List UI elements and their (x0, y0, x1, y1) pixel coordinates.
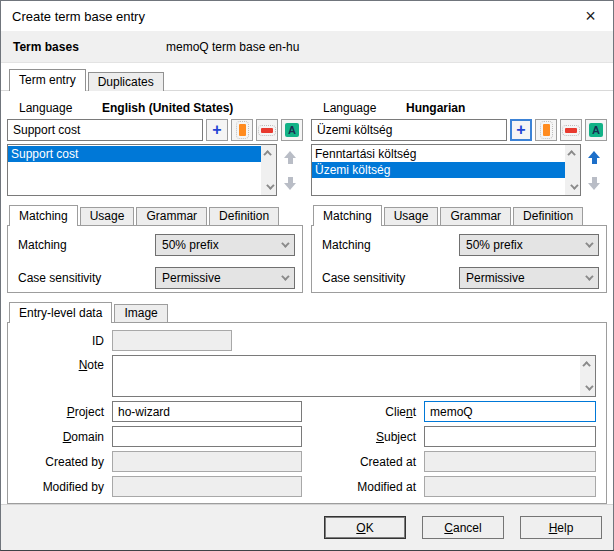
case-sensitivity-select[interactable]: Permissive (459, 267, 599, 289)
term-property-tabs: Matching Usage Grammar Definition (7, 204, 303, 225)
listbox-scrollbar[interactable] (565, 145, 580, 195)
note-field[interactable] (112, 355, 596, 397)
created-at-field (424, 451, 596, 472)
case-sensitivity-button[interactable]: A (281, 119, 303, 141)
case-sensitivity-label: Case sensitivity (15, 271, 155, 285)
created-at-label: Created at (302, 455, 416, 469)
chevron-down-icon (585, 272, 593, 280)
list-item[interactable]: Fenntartási költség (312, 146, 565, 162)
scroll-up-icon[interactable] (263, 150, 271, 158)
close-icon[interactable]: × (568, 1, 613, 31)
term-reorder-controls (277, 144, 303, 196)
scroll-up-icon[interactable] (582, 361, 590, 369)
chevron-down-icon (585, 239, 593, 247)
matching-select[interactable]: 50% prefix (459, 234, 599, 256)
edit-term-button[interactable] (535, 119, 557, 141)
case-sensitivity-button[interactable]: A (585, 119, 607, 141)
plus-icon: + (516, 123, 525, 137)
ok-button[interactable]: OK (324, 516, 406, 539)
chevron-down-icon (281, 272, 289, 280)
tab-usage[interactable]: Usage (384, 207, 439, 225)
tab-definition[interactable]: Definition (209, 207, 279, 225)
note-scrollbar[interactable] (580, 356, 595, 396)
listbox-scrollbar[interactable] (261, 145, 276, 195)
created-by-field (112, 451, 302, 472)
client-field[interactable] (424, 401, 596, 422)
tab-entry-level-data[interactable]: Entry-level data (9, 302, 112, 323)
id-label: ID (12, 334, 104, 348)
list-item[interactable]: Üzemi költség (312, 162, 565, 178)
language-label: Language (323, 101, 406, 115)
term-listbox[interactable]: Fenntartási költségÜzemi költség (311, 144, 581, 196)
term-input[interactable] (7, 119, 203, 141)
titlebar: Create term base entry × (1, 1, 613, 31)
chevron-down-icon (281, 239, 289, 247)
term-reorder-controls (581, 144, 607, 196)
case-sensitivity-select[interactable]: Permissive (155, 267, 295, 289)
target-language-panel: Language Hungarian + A Fenntartási költs… (311, 97, 607, 293)
subject-field[interactable] (424, 426, 596, 447)
entry-level-section: Entry-level data Image ID Note (7, 301, 607, 504)
matching-label: Matching (15, 238, 155, 252)
source-language-panel: Language English (United States) + A Sup… (7, 97, 303, 293)
modified-at-label: Modified at (302, 480, 416, 494)
term-list: Support cost (8, 145, 261, 195)
letter-a-icon: A (285, 123, 299, 137)
project-label: Project (12, 405, 104, 419)
entry-level-data-page: ID Note Project Clien (7, 322, 607, 504)
subject-label: Subject (302, 430, 416, 444)
add-term-button[interactable]: + (206, 119, 228, 141)
tab-matching[interactable]: Matching (313, 205, 382, 226)
dialog-title: Create term base entry (1, 9, 145, 24)
move-term-down-button[interactable] (284, 177, 296, 190)
note-label: Note (12, 355, 104, 372)
language-label: Language (19, 101, 102, 115)
domain-field[interactable] (112, 426, 302, 447)
term-input[interactable] (311, 119, 507, 141)
tab-grammar[interactable]: Grammar (440, 207, 511, 225)
term-bases-label: Term bases (1, 40, 166, 54)
footer-button-bar: OK Cancel Help (1, 504, 613, 550)
matching-value: 50% prefix (162, 238, 219, 252)
tab-image[interactable]: Image (114, 304, 167, 322)
case-sensitivity-value: Permissive (162, 271, 221, 285)
tab-grammar[interactable]: Grammar (136, 207, 207, 225)
tab-matching[interactable]: Matching (9, 205, 78, 226)
scroll-down-icon[interactable] (266, 181, 274, 189)
help-button[interactable]: Help (520, 516, 602, 539)
list-item[interactable]: Support cost (8, 146, 261, 162)
scroll-down-icon[interactable] (585, 382, 593, 390)
tab-usage[interactable]: Usage (80, 207, 135, 225)
move-term-down-button[interactable] (588, 177, 600, 190)
remove-term-button[interactable] (256, 119, 278, 141)
remove-term-icon (565, 128, 577, 133)
create-term-base-entry-dialog: Create term base entry × Term bases memo… (0, 0, 614, 551)
remove-term-button[interactable] (560, 119, 582, 141)
move-term-up-button[interactable] (588, 151, 600, 164)
note-text[interactable] (113, 356, 580, 396)
project-field[interactable] (112, 401, 302, 422)
case-sensitivity-label: Case sensitivity (319, 271, 459, 285)
move-term-up-button[interactable] (284, 151, 296, 164)
add-term-button[interactable]: + (510, 119, 532, 141)
modified-at-field (424, 476, 596, 497)
term-listbox[interactable]: Support cost (7, 144, 277, 196)
tab-definition[interactable]: Definition (513, 207, 583, 225)
created-by-label: Created by (12, 455, 104, 469)
main-tabstrip: Term entry Duplicates (1, 69, 613, 91)
term-bases-header: Term bases memoQ term base en-hu (1, 31, 613, 63)
case-sensitivity-value: Permissive (466, 271, 525, 285)
matching-page: Matching 50% prefix Case sensitivity Per… (311, 225, 607, 293)
term-list: Fenntartási költségÜzemi költség (312, 145, 565, 195)
scroll-up-icon[interactable] (567, 150, 575, 158)
tab-duplicates[interactable]: Duplicates (88, 72, 164, 91)
edit-term-button[interactable] (231, 119, 253, 141)
domain-label: Domain (12, 430, 104, 444)
modified-by-label: Modified by (12, 480, 104, 494)
cancel-button[interactable]: Cancel (422, 516, 504, 539)
plus-icon: + (212, 123, 221, 137)
term-property-tabs: Matching Usage Grammar Definition (311, 204, 607, 225)
tab-term-entry[interactable]: Term entry (9, 69, 86, 91)
scroll-down-icon[interactable] (570, 181, 578, 189)
matching-select[interactable]: 50% prefix (155, 234, 295, 256)
